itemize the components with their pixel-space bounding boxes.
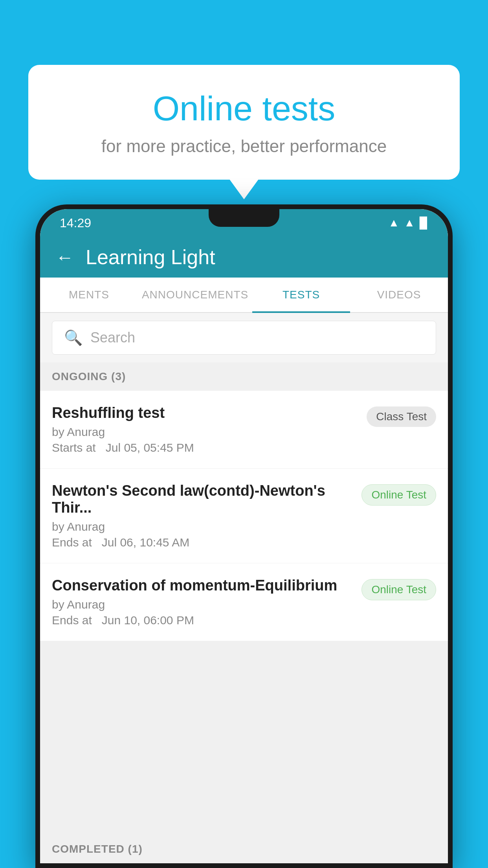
test-name: Conservation of momentum-Equilibrium: [52, 577, 354, 594]
tab-videos[interactable]: VIDEOS: [350, 278, 448, 312]
test-name: Newton's Second law(contd)-Newton's Thir…: [52, 482, 354, 516]
battery-icon: ▉: [420, 217, 428, 230]
test-author: by Anurag: [52, 598, 354, 611]
wifi-icon: ▲: [389, 217, 400, 229]
test-badge-online: Online Test: [361, 484, 436, 506]
status-time: 14:29: [60, 216, 91, 230]
search-input[interactable]: Search: [90, 329, 135, 346]
search-icon: 🔍: [64, 329, 83, 346]
status-icons: ▲ ▲ ▉: [389, 217, 428, 230]
test-name: Reshuffling test: [52, 405, 359, 421]
tab-tests[interactable]: TESTS: [252, 278, 350, 312]
speech-bubble: Online tests for more practice, better p…: [28, 65, 460, 180]
test-time: Ends at Jun 10, 06:00 PM: [52, 614, 354, 627]
back-button[interactable]: ←: [56, 246, 74, 268]
test-author: by Anurag: [52, 425, 359, 439]
bubble-title: Online tests: [48, 88, 440, 129]
phone-inner: 14:29 ▲ ▲ ▉ ← Learning Light MENTS ANNOU…: [40, 209, 448, 863]
test-item[interactable]: Newton's Second law(contd)-Newton's Thir…: [40, 469, 448, 563]
phone-container: 14:29 ▲ ▲ ▉ ← Learning Light MENTS ANNOU…: [35, 204, 453, 868]
test-list: Reshuffling test by Anurag Starts at Jul…: [40, 391, 448, 641]
test-badge-online: Online Test: [361, 579, 436, 600]
signal-icon: ▲: [404, 217, 415, 229]
test-item[interactable]: Conservation of momentum-Equilibrium by …: [40, 563, 448, 641]
app-title: Learning Light: [86, 245, 215, 269]
tab-ments[interactable]: MENTS: [40, 278, 138, 312]
test-time: Ends at Jul 06, 10:45 AM: [52, 536, 354, 549]
test-time: Starts at Jul 05, 05:45 PM: [52, 441, 359, 454]
test-info: Reshuffling test by Anurag Starts at Jul…: [52, 405, 359, 454]
test-item[interactable]: Reshuffling test by Anurag Starts at Jul…: [40, 391, 448, 469]
search-container: 🔍 Search: [40, 313, 448, 362]
ongoing-section-header: ONGOING (3): [40, 362, 448, 391]
search-box[interactable]: 🔍 Search: [52, 321, 436, 355]
tab-announcements[interactable]: ANNOUNCEMENTS: [138, 278, 252, 312]
app-header: ← Learning Light: [40, 237, 448, 278]
bubble-subtitle: for more practice, better performance: [48, 136, 440, 156]
test-info: Newton's Second law(contd)-Newton's Thir…: [52, 482, 354, 549]
completed-section-header: COMPLETED (1): [40, 835, 448, 863]
test-author: by Anurag: [52, 520, 354, 533]
test-badge-class: Class Test: [367, 406, 436, 427]
test-info: Conservation of momentum-Equilibrium by …: [52, 577, 354, 627]
tabs-bar: MENTS ANNOUNCEMENTS TESTS VIDEOS: [40, 278, 448, 313]
phone-notch: [209, 209, 279, 227]
